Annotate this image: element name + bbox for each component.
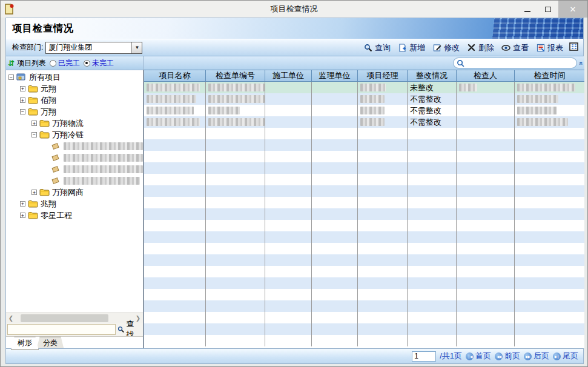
tree-item-零星工程[interactable]: +零星工程 <box>6 210 143 221</box>
scroll-left-icon[interactable]: ❮ <box>6 315 16 322</box>
table-row-empty[interactable] <box>144 128 584 139</box>
cell-name <box>144 335 206 346</box>
tree-horizontal-scrollbar[interactable]: ❮ ❯ <box>6 312 143 323</box>
table-row[interactable]: 不需整改 <box>144 105 584 116</box>
collapse-icon[interactable]: − <box>20 109 25 114</box>
cell-supervisor <box>312 243 358 254</box>
close-button[interactable]: ✕ <box>558 1 587 18</box>
table-search-input[interactable] <box>453 58 577 68</box>
table-row[interactable]: 未整改 <box>144 82 584 93</box>
radio-unfinished-circle[interactable] <box>84 60 90 67</box>
table-row-empty[interactable] <box>144 174 584 185</box>
view-button[interactable]: 查看 <box>498 41 532 55</box>
tree-item-万翔网商[interactable]: +万翔网商 <box>6 187 143 198</box>
tree-find-input[interactable] <box>7 324 116 335</box>
tree-item-所有项目[interactable]: −所有项目 <box>6 71 143 83</box>
edit-button[interactable]: 修改 <box>429 41 463 55</box>
table-row-empty[interactable] <box>144 300 584 312</box>
collapse-chevrons-icon[interactable]: « <box>577 61 584 64</box>
page-number-input[interactable] <box>412 351 436 362</box>
table-row-empty[interactable] <box>144 231 584 243</box>
last-page-button[interactable]: ▶❘ 尾页 <box>553 351 578 362</box>
cell-code <box>206 277 265 289</box>
grid-view-button[interactable] <box>567 42 580 53</box>
table-row[interactable]: 不需整改 <box>144 116 584 128</box>
tab-tree[interactable]: 树形 <box>11 337 39 350</box>
cell-manager <box>358 312 408 323</box>
cell-manager <box>358 151 408 162</box>
tree-find-row: 查找 <box>6 323 143 336</box>
col-header-manager[interactable]: 项目经理 <box>358 70 408 82</box>
cell-inspector <box>457 254 515 266</box>
col-header-rectify[interactable]: 整改情况 <box>408 70 457 82</box>
next-page-button[interactable]: ▶▶ 后页 <box>524 351 549 362</box>
table-row-empty[interactable] <box>144 289 584 300</box>
table-row-empty[interactable] <box>144 220 584 231</box>
redacted-value <box>459 84 477 91</box>
tree-item-blurred[interactable] <box>6 141 143 152</box>
table-row-empty[interactable] <box>144 323 584 335</box>
collapse-icon[interactable]: − <box>31 132 37 137</box>
tree-item-blurred[interactable] <box>6 152 143 164</box>
cell-manager <box>358 231 408 243</box>
table-row-empty[interactable] <box>144 151 584 162</box>
tree-item-佰翔[interactable]: +佰翔 <box>6 94 143 106</box>
table-row-empty[interactable] <box>144 335 584 346</box>
expand-icon[interactable]: + <box>20 98 25 103</box>
report-button[interactable]: 报表 <box>533 41 566 55</box>
refresh-icon[interactable]: ⇵ <box>8 59 15 67</box>
radio-finished-circle[interactable] <box>50 60 56 67</box>
tree-item-兆翔[interactable]: +兆翔 <box>6 198 143 210</box>
tree-item-blurred[interactable] <box>6 175 143 187</box>
col-header-builder[interactable]: 施工单位 <box>265 70 312 82</box>
radio-unfinished[interactable]: 未完工 <box>84 58 114 68</box>
cell-name <box>144 208 206 220</box>
dept-dropdown[interactable]: 厦门翔业集团 ▼ <box>45 42 142 54</box>
cell-name <box>144 323 206 335</box>
window-content: 项目检查情况 检查部门: 厦门翔业集团 ▼ 查询 新增 <box>5 18 584 364</box>
expand-icon[interactable]: + <box>31 121 37 126</box>
col-header-supervisor[interactable]: 监理单位 <box>312 70 358 82</box>
expand-icon[interactable]: + <box>20 201 25 207</box>
col-header-project-name[interactable]: 项目名称 <box>144 70 206 82</box>
first-page-button[interactable]: ❘◀ 首页 <box>466 351 491 362</box>
col-header-check-no[interactable]: 检查单编号 <box>206 70 265 82</box>
tree-item-blurred[interactable] <box>6 164 143 175</box>
minimize-button[interactable] <box>517 1 538 18</box>
query-button[interactable]: 查询 <box>360 41 394 55</box>
collapse-icon[interactable]: − <box>8 74 14 80</box>
tree-item-label: 万翔 <box>41 107 56 117</box>
cell-builder <box>265 312 312 323</box>
table-row[interactable]: 不需整改 <box>144 93 584 105</box>
delete-button[interactable]: 删除 <box>464 41 497 55</box>
scrollbar-track[interactable] <box>16 314 133 322</box>
tree-item-万翔[interactable]: −万翔 <box>6 106 143 117</box>
cell-builder <box>265 105 312 116</box>
add-button[interactable]: 新增 <box>395 41 428 55</box>
table-row-empty[interactable] <box>144 185 584 197</box>
table-row-empty[interactable] <box>144 208 584 220</box>
col-header-check-time[interactable]: 检查时间 <box>515 70 584 82</box>
maximize-button[interactable] <box>538 1 558 18</box>
prev-page-button[interactable]: ◀◀ 前页 <box>495 351 520 362</box>
table-row-empty[interactable] <box>144 254 584 266</box>
table-row-empty[interactable] <box>144 266 584 277</box>
expand-icon[interactable]: + <box>31 190 37 195</box>
expand-icon[interactable]: + <box>20 213 25 218</box>
table-row-empty[interactable] <box>144 139 584 151</box>
table-row-empty[interactable] <box>144 277 584 289</box>
scrollbar-thumb[interactable] <box>21 314 108 322</box>
table-row-empty[interactable] <box>144 312 584 323</box>
expand-icon[interactable]: + <box>20 86 25 91</box>
redacted-tree-label <box>64 165 143 173</box>
col-header-inspector[interactable]: 检查人 <box>457 70 515 82</box>
tree-item-万翔物流[interactable]: +万翔物流 <box>6 117 143 129</box>
chevron-down-icon[interactable]: ▼ <box>131 42 142 53</box>
table-row-empty[interactable] <box>144 243 584 254</box>
radio-finished[interactable]: 已完工 <box>50 58 80 68</box>
tree-item-万翔冷链[interactable]: −万翔冷链 <box>6 129 143 141</box>
tree-item-label: 佰翔 <box>41 95 56 106</box>
tree-item-元翔[interactable]: +元翔 <box>6 83 143 94</box>
table-row-empty[interactable] <box>144 162 584 174</box>
table-row-empty[interactable] <box>144 197 584 208</box>
